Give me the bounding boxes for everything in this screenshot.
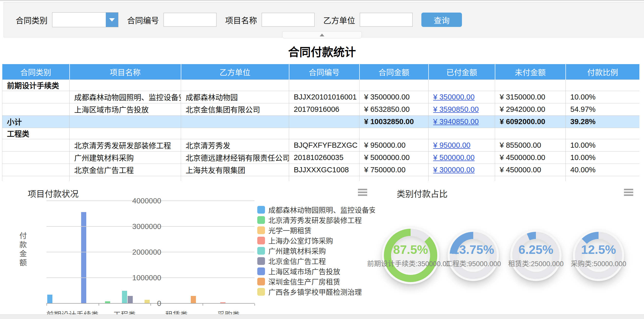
table-cell [495,128,566,139]
table-cell [359,176,429,181]
bar-slot [214,202,220,304]
table-cell: ¥ 750000.00 [359,164,429,176]
table-cell: 40.00% [566,164,640,176]
bar-slot [116,202,122,304]
table-row: 北京清芳秀发研发部装修工程北京清芳秀发BJQFXFYFBZXGC¥ 950000… [2,139,640,151]
paid-amount-link[interactable]: ¥ 350000.00 [433,93,475,101]
legend-label: 上海办公室灯饰采购 [268,235,333,246]
filter-collapse-tab[interactable] [282,31,362,38]
axis-tick [203,304,203,306]
payment-ratio-gauge: 6.25%租赁类:25000.000 [510,230,562,281]
legend-label: 深圳金信生产厂房租赁 [268,276,340,287]
table-row: 广州建筑材料采购北京德远建材经销有限责任公司201810260035¥ 5000… [2,151,640,164]
legend-swatch [257,206,265,214]
table-cell [2,164,70,176]
contract-table: 合同类别项目名称乙方单位合同编号合同金额已付金额未付金额付款比例 前期设计手续类… [2,64,639,181]
table-cell [495,176,566,181]
axis-tick [254,304,255,306]
table-cell: ¥ 6092000.00 [495,115,566,128]
gauge-chart-menu-icon[interactable] [624,189,633,197]
bar-slot [105,202,110,304]
table-cell [495,79,566,91]
paid-amount-link[interactable]: ¥ 300000.00 [433,166,475,174]
legend-label: 广西各乡镇学校甲醛检测治理 [268,287,362,297]
contract-table-body: 前期设计手续类成都森林动物园照明、监控设备安装工程成都森林动物园BJJX2010… [2,79,640,181]
table-cell: 广州建筑材料采购 [70,151,181,164]
table-cell: 成都森林动物园照明、监控设备安装工程 [70,91,181,103]
bar-slot [162,202,168,304]
table-cell [289,79,359,91]
bar-chart-menu-icon[interactable] [358,189,367,197]
table-cell [181,176,289,181]
contract-type-dropdown-button[interactable] [106,13,118,27]
gauge-label: 工程类:95000.000 [446,258,501,268]
chevron-up-icon [320,34,324,36]
axis-tick [99,304,99,306]
table-cell: 小计 [2,115,70,128]
y-tick-label: 0 [128,299,161,308]
bar-slot [168,202,174,304]
table-cell [70,79,181,91]
bar [47,295,52,304]
contract-type-select-value [52,13,106,27]
paid-amount-cell: ¥ 3590850.00 [429,103,495,115]
legend-swatch [257,267,265,275]
legend-label: 广州建筑材料采购 [268,246,326,256]
y-tick-label: 3000000 [128,222,161,231]
y-tick-label: 1000000 [128,274,161,282]
table-cell [181,79,289,91]
party-b-label: 乙方单位 [323,14,355,26]
table-cell: 54.97% [566,103,640,115]
paid-amount-cell: ¥ 3940850.00 [429,115,495,128]
bar-slot [226,202,231,304]
paid-amount-link[interactable]: ¥ 3590850.00 [433,105,479,113]
bar-slot [53,202,58,304]
legend-label: 北京清芳秀发研发部装修工程 [268,215,362,225]
bar-slot [243,202,248,304]
bar-slot [99,202,105,304]
table-cell: 工程类 [2,128,70,139]
query-button[interactable]: 查询 [421,13,462,27]
bar [81,212,86,304]
gauge-chart-title: 类别付款占比 [397,187,448,200]
paid-amount-link[interactable]: ¥ 95000.00 [433,141,470,149]
table-cell [566,128,640,139]
table-cell [359,128,429,139]
bar-slot [92,202,98,304]
bar-slot [110,202,116,304]
project-name-input[interactable] [262,13,315,27]
paid-amount-link[interactable]: ¥ 500000.00 [433,153,475,162]
table-cell: ¥ 450000.00 [495,164,566,176]
payment-ratio-gauge: 12.5%采购类:50000.000 [573,230,624,281]
party-b-input[interactable] [360,13,413,27]
legend-label: 北京金信广告工程 [268,256,326,266]
contract-type-select[interactable] [52,12,118,27]
project-name-label: 项目名称 [225,14,257,26]
horizontal-scrollbar[interactable] [0,314,644,319]
table-cell: ¥ 10032850.00 [359,115,429,128]
table-cell: 前期设计手续类 [2,79,70,91]
table-cell: 上海共友有限集团 [181,164,289,176]
table-cell: 201810260035 [289,151,359,164]
column-header: 乙方单位 [181,64,289,79]
table-cell: BJJXXXGC1008 [289,164,359,176]
table-cell: 10.00% [566,139,640,151]
bar-group [203,202,255,304]
legend-swatch [257,288,265,296]
bar-slot [203,202,209,304]
chevron-down-icon [109,18,115,22]
bar-slot [220,202,226,304]
table-cell [2,103,70,115]
table-cell: 10.00% [566,91,640,103]
paid-amount-link[interactable]: ¥ 3940850.00 [433,117,479,126]
table-cell [2,151,70,164]
project-payment-chart-panel: 项目付款状况 付款金额 0100000020000003000000400000… [8,183,372,315]
table-cell: ¥ 950000.00 [359,139,429,151]
table-cell [429,128,495,139]
table-cell [566,176,640,181]
paid-amount-cell: ¥ 350000.00 [429,91,495,103]
table-cell: ¥ 3150000.00 [495,91,566,103]
paid-amount-cell: ¥ 500000.00 [429,151,495,164]
bar-slot [122,202,127,304]
contract-no-input[interactable] [164,13,216,27]
